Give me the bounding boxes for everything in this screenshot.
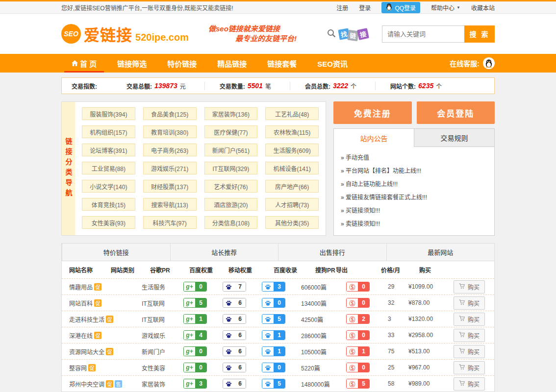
stat-label: 网站个数: [390, 82, 416, 90]
links-table-panel: 特价链接站长推荐出售排行最新网站 网站名称网站类别谷歌PR百度权重移动权重百度收… [61, 243, 495, 392]
buy-button[interactable]: 购买 [454, 296, 485, 310]
site-name-link[interactable]: 情趣用品 [69, 283, 93, 291]
nav-item[interactable]: SEO资讯 [307, 54, 358, 73]
favorite-link[interactable]: 收藏本站 [471, 3, 495, 12]
page-content: 交易指数: 交易总额: 139873 元 交易数量: 5501 笔 会员总数: … [61, 73, 495, 392]
promo-badge: 促 [88, 364, 96, 371]
category-button[interactable]: 人才招聘(73) [265, 198, 319, 211]
table-row: 深港在线 促 游戏娱乐 g+4 6 1 286000篇 Ⓢ0 33 ¥2958.… [62, 327, 494, 343]
table-tab[interactable]: 出售排行 [278, 243, 386, 261]
nav-item[interactable]: 链接筛选 [107, 54, 157, 73]
qq-login-button[interactable]: QQ登录 [381, 2, 420, 13]
category-button[interactable]: 艺术爱好(76) [204, 180, 258, 193]
price-value: ¥1320.00 [408, 316, 454, 322]
find-link-logo: 找 链 接 [339, 29, 368, 39]
stat-unit: 笔 [265, 82, 271, 90]
buy-button[interactable]: 购买 [454, 280, 485, 294]
nav-item[interactable]: 特价链接 [157, 54, 207, 73]
category-button[interactable]: 生活服务(609) [265, 144, 319, 156]
site-name-link[interactable]: 资源网站大全 [69, 347, 104, 356]
site-name-link[interactable]: 整容网 [69, 364, 87, 372]
category-button[interactable]: 分类信息(108) [204, 216, 258, 229]
category-button[interactable]: 服装服饰(394) [82, 107, 135, 120]
category-button[interactable]: 机械设备(141) [265, 162, 319, 174]
stat-item: 交易数量: 5501 笔 [204, 82, 290, 90]
mobile-paw-icon [262, 347, 274, 356]
nav-item[interactable]: 精品链接 [207, 54, 257, 73]
category-button[interactable]: 财经股票(137) [143, 180, 197, 193]
category-button[interactable]: IT互联网(329) [204, 162, 258, 174]
table-tab[interactable]: 站长推荐 [170, 243, 278, 261]
qq-service-icon[interactable] [483, 57, 495, 69]
category-button[interactable]: 工业贸易(88) [82, 162, 135, 174]
category-button[interactable]: 体育竞技(15) [82, 198, 135, 211]
baidu-paw-icon [223, 298, 234, 307]
category-button[interactable]: 医疗保健(77) [204, 125, 258, 138]
category-button[interactable]: 电子商务(263) [143, 144, 197, 156]
register-link[interactable]: 注册 [336, 3, 348, 12]
tab-site-notice[interactable]: 站内公告 [334, 129, 414, 147]
site-category: 游戏娱乐 [142, 331, 183, 340]
category-button[interactable]: 农林牧渔(115) [265, 125, 319, 138]
google-pr-value: 1 [195, 315, 206, 323]
notice-item[interactable]: » 卖链接须知!!! [341, 218, 487, 231]
site-logo[interactable]: SEO 爱链接 520ipe.com [61, 23, 189, 45]
site-name-link[interactable]: 郑州中央空调 [69, 380, 104, 388]
baidu-weight-badge: 6 [223, 330, 246, 340]
category-button[interactable]: 科技汽车(97) [143, 216, 197, 229]
mobile-weight-badge: 5 [262, 379, 285, 389]
mobile-paw-icon [262, 331, 274, 340]
notice-item[interactable]: » 爱链接友情链接套餐正式上线!!! [341, 191, 487, 204]
buy-button[interactable]: 购买 [454, 377, 485, 391]
search-button[interactable]: 搜 索 [464, 25, 495, 43]
nav-item-home[interactable]: 首 页 [61, 54, 107, 73]
category-button[interactable]: 酒店旅游(20) [204, 198, 258, 211]
tab-trade-rules[interactable]: 交易规则 [414, 129, 494, 147]
main-nav: 首 页 链接筛选特价链接精品链接链接套餐SEO资讯 在线客服: [0, 54, 556, 73]
search-input[interactable] [382, 25, 464, 43]
notice-item[interactable]: » 手动充值 [341, 151, 487, 165]
category-button[interactable]: 工艺礼品(48) [265, 107, 319, 120]
sogou-icon: Ⓢ [347, 347, 358, 356]
category-button[interactable]: 论坛博客(391) [82, 144, 135, 156]
baidu-paw-icon [223, 379, 234, 388]
sogou-pr-value: 0 [358, 363, 369, 372]
buy-button[interactable]: 购买 [454, 329, 485, 342]
category-button[interactable]: 房产地产(66) [265, 180, 319, 193]
site-name-link[interactable]: 走进科技生活 [69, 315, 104, 323]
category-button[interactable]: 新闻门户(561) [204, 144, 258, 156]
category-button[interactable]: 教育培训(380) [143, 125, 197, 138]
category-button[interactable]: 小说文学(140) [82, 180, 135, 193]
nav-item[interactable]: 链接套餐 [257, 54, 307, 73]
category-button[interactable]: 女性美容(93) [82, 216, 135, 229]
member-login-button[interactable]: 会员登陆 [417, 101, 495, 124]
buy-button[interactable]: 购买 [454, 345, 485, 358]
table-tab[interactable]: 特价链接 [62, 243, 170, 261]
nav-item-label: 特价链接 [167, 58, 197, 69]
site-name-link[interactable]: 深港在线 [69, 331, 93, 340]
category-button[interactable]: 搜索导航(113) [143, 198, 197, 211]
stat-item: 会员总数: 3222 个 [290, 82, 375, 90]
nav-item-label: 精品链接 [217, 58, 247, 69]
site-name-link[interactable]: 网站百科 [69, 299, 93, 307]
category-button[interactable]: 食品美食(125) [143, 107, 197, 120]
category-button[interactable]: 机构组织(157) [82, 125, 135, 138]
notice-item[interactable]: » 买链接须知!!! [341, 204, 487, 218]
buy-button[interactable]: 购买 [454, 313, 485, 326]
notice-item[interactable]: » 自动上链功能上线!!! [341, 178, 487, 191]
sogou-pr-value: 0 [358, 282, 369, 291]
login-link[interactable]: 登录 [359, 3, 371, 12]
category-button[interactable]: 游戏娱乐(271) [143, 162, 197, 174]
table-tab[interactable]: 最新网站 [386, 243, 495, 261]
help-center-menu[interactable]: 帮助中心 ▼ [431, 3, 460, 12]
google-pr-value: 0 [195, 347, 206, 356]
category-button[interactable]: 其他分类(35) [265, 216, 319, 229]
buy-button[interactable]: 购买 [454, 361, 485, 374]
category-button[interactable]: 家居装饰(136) [204, 107, 258, 120]
stat-label: 交易总额: [126, 82, 152, 90]
free-register-button[interactable]: 免费注册 [333, 101, 412, 124]
notice-item[interactable]: » 平台网站【排名】功能上线!!! [341, 165, 487, 178]
stat-label: 交易数量: [220, 82, 245, 90]
mobile-weight-value: 1 [274, 331, 285, 340]
baidu-paw-icon [223, 315, 234, 323]
